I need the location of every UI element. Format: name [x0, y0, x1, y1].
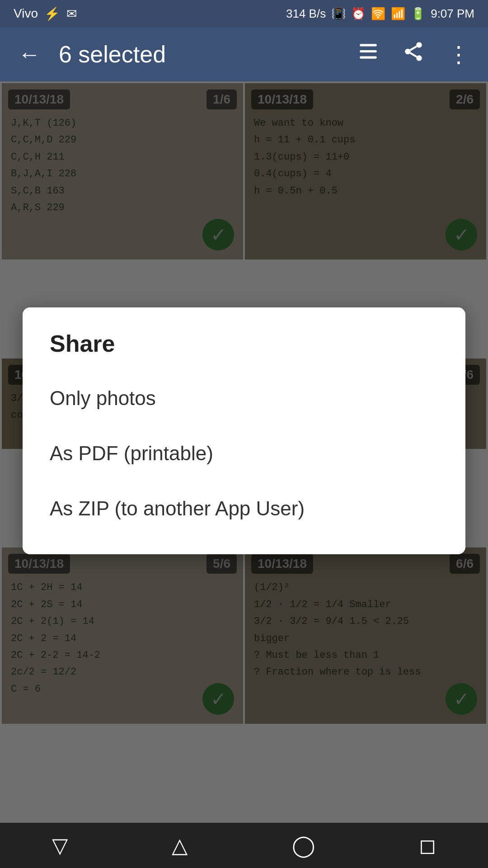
app-bar: ← 6 selected ⋮	[0, 27, 488, 81]
share-as-zip-button[interactable]: As ZIP (to another App User)	[50, 481, 438, 536]
battery-icon: 🔋	[411, 7, 425, 21]
share-as-pdf-button[interactable]: As PDF (printable)	[50, 426, 438, 481]
svg-point-3	[416, 42, 422, 48]
usb-icon: ⚡	[44, 6, 60, 21]
dialog-title: Share	[50, 330, 438, 357]
svg-point-4	[405, 49, 411, 55]
svg-line-7	[410, 47, 417, 50]
more-options-button[interactable]: ⋮	[443, 37, 474, 72]
svg-point-5	[416, 55, 422, 61]
back-button[interactable]: ←	[14, 37, 45, 72]
carrier-label: Vivo	[14, 6, 38, 21]
nav-home-button[interactable]: △	[158, 829, 201, 862]
svg-rect-1	[360, 50, 377, 52]
share-button[interactable]	[398, 36, 429, 73]
vibrate-icon: 📳	[331, 7, 346, 21]
page-title: 6 selected	[59, 41, 339, 68]
status-right: 314 B/s 📳 ⏰ 🛜 📶 🔋 9:07 PM	[286, 7, 474, 21]
wifi-icon: 🛜	[371, 7, 385, 21]
nav-recents-button[interactable]: ◯	[278, 829, 328, 862]
alarm-icon: ⏰	[351, 7, 366, 21]
time-label: 9:07 PM	[431, 7, 474, 21]
signal-icon: 📶	[391, 7, 405, 21]
svg-rect-2	[360, 56, 377, 58]
status-left: Vivo ⚡ ✉	[14, 6, 77, 21]
svg-rect-0	[360, 44, 377, 46]
share-only-photos-button[interactable]: Only photos	[50, 371, 438, 426]
nav-overview-button[interactable]: ◻	[405, 829, 450, 862]
photo-grid: J,K,T (126) C,C,M,D 229 C,C,H 211 B,J,A,…	[0, 81, 488, 823]
list-view-button[interactable]	[352, 36, 384, 73]
status-bar: Vivo ⚡ ✉ 314 B/s 📳 ⏰ 🛜 📶 🔋 9:07 PM	[0, 0, 488, 27]
svg-line-6	[410, 53, 417, 57]
nav-back-button[interactable]: ▽	[38, 829, 81, 862]
share-dialog: Share Only photos As PDF (printable) As …	[23, 307, 465, 554]
bottom-nav: ▽ △ ◯ ◻	[0, 823, 488, 868]
network-speed: 314 B/s	[286, 7, 326, 21]
mail-icon: ✉	[66, 6, 77, 21]
